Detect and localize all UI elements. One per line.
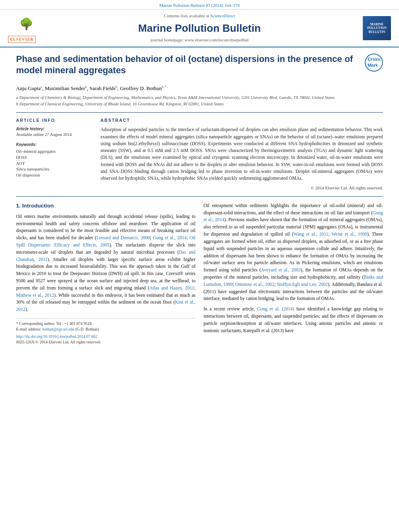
article-history-label: Article history:	[16, 126, 93, 132]
right-para-1: Oil entrapment within sediments highligh…	[204, 202, 383, 302]
journal-logo-box: MARINE POLLUTION BULLETIN	[363, 16, 391, 40]
keyword-2: DOSS	[16, 155, 93, 161]
body-col-right: Oil entrapment within sediments highligh…	[204, 202, 383, 345]
keywords-label: Keywords:	[16, 142, 93, 148]
article-title: Phase and sedimentation behavior of oil …	[16, 53, 359, 76]
abstract-heading: ABSTRACT	[101, 117, 383, 123]
footnote-email: E-mail address: bothun@egr.uri.edu (G.D.…	[16, 327, 195, 332]
authors-line: Anju Guptaa, Maximilian Senderb, Sarah F…	[16, 84, 383, 92]
copyright-line: © 2014 Elsevier Ltd. All rights reserved…	[101, 185, 383, 191]
body-columns: 1. Introduction Oil enters marine enviro…	[16, 202, 383, 345]
author-4: Geoffrey D. Bothunb,*	[120, 85, 166, 91]
elsevier-logo: 🌳 ELSEVIER	[8, 13, 48, 43]
ref-lessard[interactable]: Lessard and Demarco, 2000	[96, 235, 150, 240]
keyword-4: Silica nanoparticles	[16, 166, 93, 173]
introduction-heading: 1. Introduction	[16, 202, 195, 210]
affiliation-b: b Department of Chemical Engineering, Un…	[16, 102, 224, 106]
elsevier-logo-image: 🌳	[8, 13, 44, 35]
body-content: 1. Introduction Oil enters marine enviro…	[16, 202, 383, 345]
ref-omotoso[interactable]: Omotoso et al., 2002	[235, 282, 274, 287]
right-para-2: In a recent review article, Gong et al. …	[204, 306, 383, 334]
keywords-section: Keywords: Oil–mineral aggregates DOSS AO…	[16, 142, 93, 178]
ref-gong-right[interactable]: Gong et al., 2014	[204, 210, 383, 222]
ref-atlas[interactable]: Atlas and Hazen, 2011	[149, 286, 194, 290]
crossmark-icon: CrossMark	[368, 56, 380, 69]
divider-2	[16, 196, 383, 197]
abstract-col: ABSTRACT Adsorption of suspended particl…	[101, 117, 383, 191]
article-content: Phase and sedimentation behavior of oil …	[0, 47, 399, 351]
abstract-text: Adsorption of suspended particles to the…	[101, 126, 383, 182]
ref-wang[interactable]: Wang et al., 2011	[294, 232, 329, 236]
intro-para-1: Oil enters marine environments naturally…	[16, 213, 195, 313]
keyword-3: AOT	[16, 161, 93, 167]
issn-line: 0025-326X/© 2014 Elsevier Ltd. All right…	[16, 339, 195, 345]
article-info-heading: ARTICLE INFO	[16, 117, 93, 123]
affiliation-a: a Department of Chemistry & Biology, Dep…	[16, 95, 335, 100]
journal-title: Marine Pollution Bulletin	[48, 21, 351, 35]
ref-kini[interactable]: Kini et al., 2012	[16, 300, 195, 312]
article-history-value: Available online 27 August 2014	[16, 132, 93, 138]
author-3: Sarah Fieldsb	[90, 85, 117, 91]
tree-icon: 🌳	[19, 16, 33, 32]
article-title-section: Phase and sedimentation behavior of oil …	[16, 53, 383, 80]
keyword-1: Oil–mineral aggregates	[16, 149, 93, 155]
affiliations: a Department of Chemistry & Biology, Dep…	[16, 94, 383, 107]
ref-weise[interactable]: Weise et al., 1999	[331, 232, 367, 236]
body-col-left: 1. Introduction Oil enters marine enviro…	[16, 202, 195, 345]
journal-header: 🌳 ELSEVIER Contents lists available at S…	[0, 10, 399, 47]
doi-line[interactable]: http://dx.doi.org/10.1016/j.marpolbul.20…	[16, 334, 195, 339]
footnote-section: * Corresponding author. Tel.: +1 401 874…	[16, 318, 195, 345]
ref-gong2014[interactable]: Gong et al., 2014	[153, 235, 187, 240]
elsevier-label: ELSEVIER	[8, 36, 36, 43]
journal-homepage: journal homepage: www.elsevier.com/locat…	[48, 37, 351, 43]
ref-gong-review[interactable]: Gong et al. (2014)	[257, 306, 294, 311]
ref-aveyard[interactable]: Aveyard et al., 2003	[261, 267, 301, 272]
journal-logo-right: MARINE POLLUTION BULLETIN	[351, 16, 391, 40]
ref-mathew[interactable]: Mathew et al., 2012	[16, 293, 54, 298]
divider-1	[16, 112, 383, 113]
author-1: Anju Guptaa	[16, 85, 42, 91]
journal-header-center: Contents lists available at ScienceDirec…	[48, 13, 351, 43]
elsevier-branding: 🌳 ELSEVIER	[8, 13, 48, 43]
footnote-corresponding: * Corresponding author. Tel.: +1 401 874…	[16, 321, 195, 327]
author-2: Maximilian Senderb	[45, 85, 87, 91]
journal-info-bar: Marine Pollution Bulletin 87 (2014) 164–…	[0, 0, 399, 10]
keyword-5: Oil dispersion	[16, 173, 93, 179]
article-meta-row: ARTICLE INFO Article history: Available …	[16, 117, 383, 191]
email-link[interactable]: bothun@egr.uri.edu	[42, 327, 74, 331]
crossmark-logo: CrossMark	[365, 53, 383, 72]
article-info-col: ARTICLE INFO Article history: Available …	[16, 117, 93, 191]
science-direct-text: Contents lists available at ScienceDirec…	[48, 13, 351, 19]
journal-citation: Marine Pollution Bulletin 87 (2014) 164–…	[159, 3, 240, 8]
article-history: Article history: Available online 27 Aug…	[16, 126, 93, 138]
journal-logo-label: MARINE POLLUTION BULLETIN	[367, 23, 387, 34]
ref-das[interactable]: Das and Chandran, 2011	[16, 250, 195, 262]
ref-stoffyn[interactable]: Stoffyn-Egli and Lee, 2002	[277, 282, 328, 287]
sciencedirect-link[interactable]: ScienceDirect	[210, 13, 235, 18]
